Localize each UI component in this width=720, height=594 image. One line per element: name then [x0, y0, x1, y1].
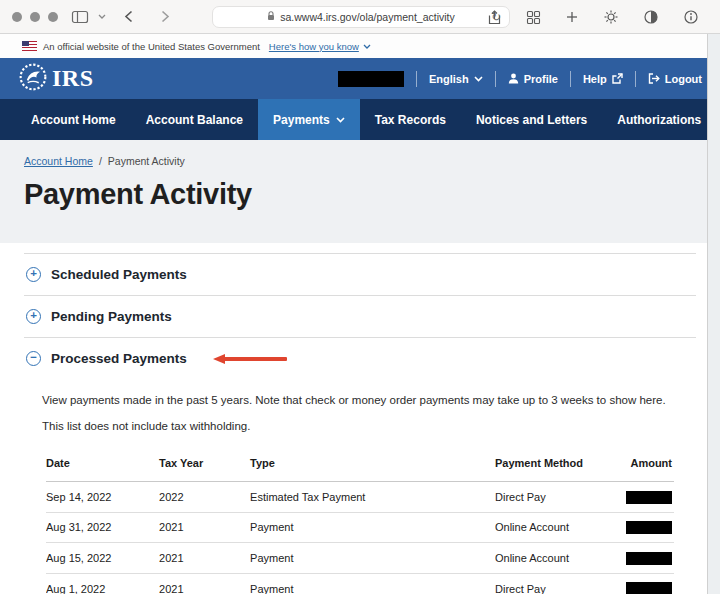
cell-method: Direct Pay	[495, 481, 595, 512]
logout-icon	[648, 73, 660, 84]
extensions-gear-icon[interactable]	[604, 10, 618, 24]
irs-logo-text: IRS	[52, 65, 94, 92]
us-flag-icon	[22, 41, 37, 51]
cell-amount	[595, 543, 674, 574]
cell-amount	[595, 481, 674, 512]
cell-amount	[595, 512, 674, 543]
chevron-down-icon	[363, 44, 371, 49]
accordion-scheduled-payments[interactable]: + Scheduled Payments	[24, 253, 696, 295]
cell-type: Payment	[250, 543, 495, 574]
accordion-processed-payments[interactable]: − Processed Payments	[24, 337, 696, 379]
lock-icon	[267, 11, 275, 23]
cell-tax-year: 2022	[159, 481, 250, 512]
irs-eagle-emblem-icon	[18, 62, 48, 96]
chevron-down-icon[interactable]	[98, 14, 106, 19]
cell-method: Direct Pay	[495, 573, 595, 594]
separator	[416, 71, 417, 87]
breadcrumb: Account Home / Payment Activity	[24, 155, 696, 167]
redacted-amount-bar	[626, 521, 672, 534]
site-header: IRS English Profile Help Logout	[0, 58, 720, 99]
forward-icon[interactable]	[161, 10, 170, 23]
separator	[495, 71, 496, 87]
window-controls[interactable]	[12, 12, 58, 22]
separator	[635, 71, 636, 87]
col-header-payment-method: Payment Method	[495, 450, 595, 481]
cell-type: Payment	[250, 573, 495, 594]
accordion-pending-payments[interactable]: + Pending Payments	[24, 295, 696, 337]
red-annotation-arrow	[213, 354, 287, 364]
nav-item-payments[interactable]: Payments	[258, 99, 360, 140]
table-row: Aug 31, 2022 2021 Payment Online Account	[46, 512, 674, 543]
info-icon[interactable]	[684, 10, 698, 24]
breadcrumb-account-home-link[interactable]: Account Home	[24, 155, 93, 167]
page-title: Payment Activity	[24, 178, 696, 211]
table-row: Aug 1, 2022 2021 Payment Direct Pay	[46, 573, 674, 594]
share-icon[interactable]	[488, 10, 501, 25]
window-control-dot[interactable]	[30, 12, 40, 22]
back-icon[interactable]	[124, 10, 133, 23]
url-text: sa.www4.irs.gov/ola/payment_activity	[280, 11, 455, 23]
cell-date: Aug 31, 2022	[46, 512, 159, 543]
payments-table-wrapper: Date Tax Year Type Payment Method Amount…	[46, 450, 674, 594]
address-bar[interactable]: sa.www4.irs.gov/ola/payment_activity ↻	[212, 6, 510, 28]
cell-type: Payment	[250, 512, 495, 543]
chevron-down-icon	[336, 117, 345, 123]
nav-item-authorizations[interactable]: Authorizations	[602, 99, 716, 140]
col-header-tax-year: Tax Year	[159, 450, 250, 481]
redacted-username	[338, 71, 404, 87]
tabs-grid-icon[interactable]	[527, 11, 540, 24]
nav-item-account-home[interactable]: Account Home	[16, 99, 131, 140]
cell-tax-year: 2021	[159, 573, 250, 594]
cell-tax-year: 2021	[159, 543, 250, 574]
cell-date: Sep 14, 2022	[46, 481, 159, 512]
scrollbar-track[interactable]	[707, 34, 720, 594]
redacted-amount-bar	[626, 582, 672, 594]
window-control-dot[interactable]	[48, 12, 58, 22]
breadcrumb-current: Payment Activity	[108, 155, 185, 167]
col-header-type: Type	[250, 450, 495, 481]
processed-note: This list does not include tax withholdi…	[42, 420, 696, 432]
collapse-minus-icon: −	[26, 351, 41, 366]
payments-table: Date Tax Year Type Payment Method Amount…	[46, 450, 674, 594]
cell-date: Aug 1, 2022	[46, 573, 159, 594]
person-icon	[508, 73, 519, 84]
table-row: Sep 14, 2022 2022 Estimated Tax Payment …	[46, 481, 674, 512]
nav-item-account-balance[interactable]: Account Balance	[131, 99, 258, 140]
irs-logo[interactable]: IRS	[18, 62, 94, 96]
redacted-amount-bar	[626, 552, 672, 565]
cell-tax-year: 2021	[159, 512, 250, 543]
col-header-amount: Amount	[595, 450, 674, 481]
breadcrumb-separator: /	[99, 155, 102, 167]
nav-item-notices-and-letters[interactable]: Notices and Letters	[461, 99, 602, 140]
page-content: + Scheduled Payments + Pending Payments …	[0, 243, 720, 594]
browser-toolbar: sa.www4.irs.gov/ola/payment_activity ↻	[0, 0, 720, 34]
cell-date: Aug 15, 2022	[46, 543, 159, 574]
cell-amount	[595, 573, 674, 594]
col-header-date: Date	[46, 450, 159, 481]
external-link-icon	[612, 73, 623, 84]
sidebar-toggle-icon[interactable]	[72, 11, 88, 23]
nav-item-tax-records[interactable]: Tax Records	[360, 99, 461, 140]
expand-plus-icon: +	[26, 267, 41, 282]
cell-method: Online Account	[495, 512, 595, 543]
window-control-dot[interactable]	[12, 12, 22, 22]
chevron-down-icon	[474, 76, 483, 82]
cell-type: Estimated Tax Payment	[250, 481, 495, 512]
profile-link[interactable]: Profile	[508, 73, 558, 85]
reader-appearance-icon[interactable]	[644, 10, 658, 24]
help-link[interactable]: Help	[583, 73, 623, 85]
logout-link[interactable]: Logout	[648, 73, 702, 85]
gov-banner: An official website of the United States…	[0, 34, 720, 58]
expand-plus-icon: +	[26, 309, 41, 324]
language-dropdown[interactable]: English	[429, 73, 483, 85]
page-hero: Account Home / Payment Activity Payment …	[0, 140, 720, 243]
processed-description: View payments made in the past 5 years. …	[42, 394, 696, 406]
browser-window: sa.www4.irs.gov/ola/payment_activity ↻	[0, 0, 720, 594]
redacted-amount-bar	[626, 491, 672, 504]
table-row: Aug 15, 2022 2021 Payment Online Account	[46, 543, 674, 574]
main-nav: Account Home Account Balance Payments Ta…	[0, 99, 720, 140]
cell-method: Online Account	[495, 543, 595, 574]
gov-banner-link[interactable]: Here's how you know	[269, 41, 371, 52]
new-tab-icon[interactable]	[566, 11, 578, 23]
gov-banner-text: An official website of the United States…	[43, 41, 260, 52]
